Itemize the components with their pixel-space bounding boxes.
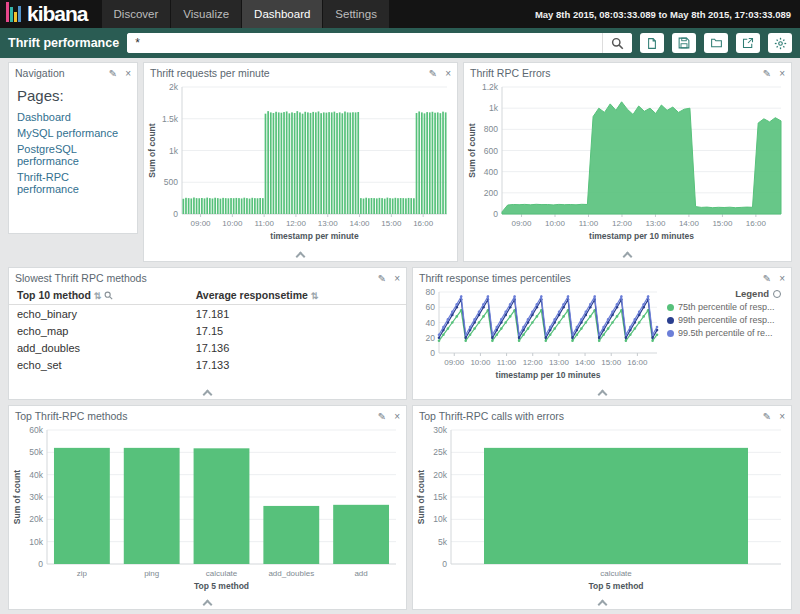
edit-panel-icon[interactable]: ✎ [763,411,771,422]
share-dashboard-button[interactable] [736,33,760,53]
edit-panel-icon[interactable]: ✎ [378,411,386,422]
errors-area-chart[interactable]: 02004006008001k1.2k09:0010:0011:0012:001… [466,81,789,242]
app-title[interactable]: kibana [27,0,88,28]
collapse-button[interactable] [144,248,457,261]
collapse-button[interactable] [9,386,406,399]
method-cell: echo_set [9,356,188,373]
top-methods-bar-chart[interactable]: 010k20k30k40k50k60kzippingcalculateadd_d… [11,424,404,592]
svg-text:add_doubles: add_doubles [268,569,314,578]
dashboard-toolbar: Thrift performance [0,28,800,58]
save-dashboard-icon [678,37,690,49]
nav-tab[interactable]: Dashboard [242,0,322,28]
dashboard-grid: Navigation ✎ × Pages: Dashboard MySQL pe… [0,58,800,614]
svg-text:12:00: 12:00 [523,358,544,367]
svg-text:10:00: 10:00 [222,219,243,228]
filter-magnifier-icon[interactable] [104,291,113,300]
svg-text:16:00: 16:00 [627,358,648,367]
svg-text:200: 200 [484,188,498,198]
panel-title: Thrift RPC Errors [470,67,551,79]
close-panel-icon[interactable]: × [779,273,785,284]
legend-item[interactable]: 99th percentile of resp... [667,315,781,325]
panel-title: Top Thrift-RPC methods [15,410,127,422]
close-panel-icon[interactable]: × [445,68,451,79]
chevron-up-icon [203,599,213,609]
close-panel-icon[interactable]: × [394,411,400,422]
chart-legend: Legend 75th percentile of resp... 99th p… [665,286,787,386]
svg-text:30k: 30k [433,425,447,435]
collapse-button[interactable] [413,596,791,609]
svg-text:20k: 20k [29,514,43,524]
table-row[interactable]: echo_binary 17.181 [9,305,406,323]
search-button[interactable] [602,33,632,53]
svg-text:2k: 2k [169,82,179,92]
kibana-logo-icon[interactable] [6,2,21,22]
svg-text:800: 800 [484,124,498,134]
svg-text:0: 0 [38,559,43,569]
query-input[interactable] [127,33,602,53]
svg-text:zip: zip [77,569,88,578]
legend-toggle[interactable]: Legend [667,288,781,299]
collapse-button[interactable] [464,248,791,261]
legend-item[interactable]: 75th percentile of resp... [667,302,781,312]
nav-page-link[interactable]: PostgreSQL performance [17,143,129,167]
panel-top-calls-with-errors: Top Thrift-RPC calls with errors ✎ × 05k… [412,405,792,610]
sort-icon: ⇅ [94,291,102,301]
close-panel-icon[interactable]: × [125,68,131,79]
slowest-methods-table: Top 10 method ⇅ Average responsetime ⇅ [9,286,406,373]
svg-text:60k: 60k [29,425,43,435]
svg-text:14:00: 14:00 [350,219,371,228]
edit-panel-icon[interactable]: ✎ [109,68,117,79]
svg-text:calculate: calculate [206,569,238,578]
edit-panel-icon[interactable]: ✎ [378,273,386,284]
table-row[interactable]: echo_map 17.15 [9,322,406,339]
svg-text:1.5k: 1.5k [162,114,179,124]
panel-title: Thrift response times percentiles [419,272,571,284]
panel-rpc-errors: Thrift RPC Errors ✎ × 02004006008001k1.2… [463,62,792,262]
panel-top-methods: Top Thrift-RPC methods ✎ × 010k20k30k40k… [8,405,407,610]
time-range-picker[interactable]: May 8th 2015, 08:03:33.089 to May 8th 20… [535,9,800,20]
table-row[interactable]: add_doubles 17.136 [9,339,406,356]
edit-panel-icon[interactable]: ✎ [763,273,771,284]
search-icon [611,37,624,50]
svg-text:13:00: 13:00 [645,219,666,228]
edit-panel-icon[interactable]: ✎ [763,68,771,79]
nav-tab[interactable]: Visualize [171,0,241,28]
close-panel-icon[interactable]: × [394,273,400,284]
svg-text:timestamp per 10 minutes: timestamp per 10 minutes [496,370,601,380]
nav-page-link[interactable]: Dashboard [17,111,129,123]
close-panel-icon[interactable]: × [779,68,785,79]
legend-item[interactable]: 99.5th percentile of re... [667,328,781,338]
nav-page-link[interactable]: Thrift-RPC performance [17,171,129,195]
top-errors-bar-chart[interactable]: 05k10k15k20k25k30kcalculateTop 5 methodS… [415,424,789,592]
new-dashboard-button[interactable] [640,33,664,53]
column-header-method[interactable]: Top 10 method ⇅ [9,286,188,305]
method-cell: echo_map [9,322,188,339]
nav-tab[interactable]: Discover [102,0,171,28]
svg-text:0: 0 [493,209,498,219]
settings-gear-icon [774,37,787,50]
dashboard-title: Thrift performance [8,36,119,50]
requests-bar-chart[interactable]: 05001k1.5k2k09:0010:0011:0012:0013:0014:… [146,81,455,242]
svg-text:11:00: 11:00 [497,358,517,367]
edit-panel-icon[interactable]: ✎ [429,68,437,79]
share-dashboard-icon [742,37,754,49]
close-panel-icon[interactable]: × [779,411,785,422]
nav-page-link[interactable]: MySQL performance [17,127,129,139]
collapse-button[interactable] [413,386,791,399]
settings-button[interactable] [768,33,792,53]
column-header-responsetime[interactable]: Average responsetime ⇅ [188,286,406,305]
panel-navigation: Navigation ✎ × Pages: Dashboard MySQL pe… [8,62,138,234]
table-row[interactable]: echo_set 17.133 [9,356,406,373]
svg-text:400: 400 [484,167,498,177]
collapse-button[interactable] [9,596,406,609]
svg-text:30k: 30k [29,492,43,502]
chevron-up-icon [623,251,633,261]
svg-text:1.2k: 1.2k [482,82,499,92]
legend-swatch [667,304,674,311]
svg-text:Sum of count: Sum of count [12,470,22,524]
responsetime-cell: 17.15 [188,322,406,339]
save-dashboard-button[interactable] [672,33,696,53]
percentiles-line-chart[interactable]: 02040608009:0010:0011:0012:0013:0014:001… [413,286,665,381]
open-dashboard-button[interactable] [704,33,728,53]
nav-tab[interactable]: Settings [323,0,389,28]
